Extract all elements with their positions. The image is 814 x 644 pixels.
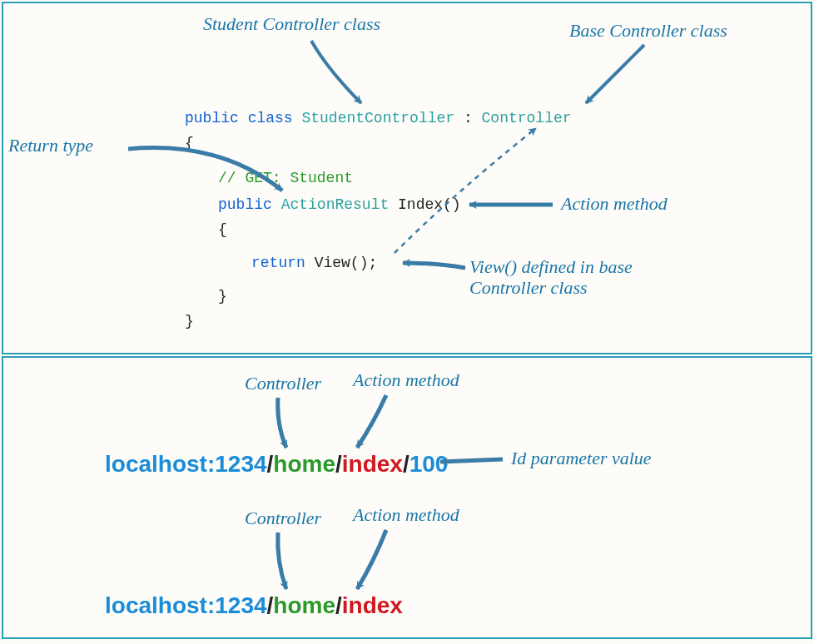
annotation-controller-1: Controller (245, 373, 321, 394)
kw-public2: public (218, 196, 272, 213)
arrow-icon (278, 533, 286, 589)
annotation-return-type: Return type (8, 135, 93, 156)
annotation-controller-2: Controller (245, 508, 321, 529)
arrow-icon (357, 530, 386, 589)
arrows-top (3, 3, 814, 356)
url-slash: / (335, 592, 342, 618)
url-action: index (342, 592, 403, 618)
arrow-icon (440, 459, 503, 462)
code-method-decl: public ActionResult Index() (218, 196, 461, 213)
kw-public: public (185, 110, 239, 126)
arrow-icon (403, 263, 465, 268)
code-return: return View(); (251, 255, 377, 271)
code-class-decl: public class StudentController : Control… (185, 110, 572, 126)
bottom-panel: Controller Action method Id parameter va… (2, 356, 812, 639)
brace-open-1: { (185, 135, 194, 151)
arrow-dashed-icon (395, 128, 536, 253)
annotation-view-defined-line2: Controller class (469, 277, 588, 298)
url-host: localhost:1234 (105, 451, 267, 477)
annotation-view-defined: View() defined in base Controller class (469, 256, 633, 299)
arrow-icon (357, 395, 386, 448)
url-id: 100 (409, 451, 449, 477)
arrow-icon (311, 41, 361, 103)
arrow-icon (278, 398, 286, 448)
url-controller: home (273, 451, 335, 477)
arrow-icon (586, 45, 644, 103)
code-comment: // GET: Student (218, 170, 353, 186)
annotation-base-controller: Base Controller class (569, 20, 727, 42)
kw-class: class (248, 110, 293, 126)
annotation-actionmethod-1: Action method (353, 369, 459, 391)
brace-close-1: } (185, 313, 194, 329)
type-actionresult: ActionResult (281, 196, 390, 213)
type-studentcontroller: StudentController (301, 110, 454, 126)
url-example-1: localhost:1234/home/index/100 (105, 451, 448, 478)
type-controller: Controller (482, 110, 572, 126)
annotation-idparam: Id parameter value (511, 448, 652, 469)
annotation-actionmethod-2: Action method (353, 504, 459, 526)
top-panel: Student Controller class Base Controller… (2, 2, 812, 354)
url-slash: / (335, 451, 342, 477)
return-call: View(); (315, 255, 378, 271)
annotation-view-defined-line1: View() defined in base (469, 256, 633, 277)
kw-return: return (251, 255, 305, 271)
method-name: Index() (398, 196, 461, 213)
url-slash: / (403, 451, 409, 477)
brace-open-2: { (218, 221, 227, 238)
url-action: index (342, 451, 403, 477)
colon: : (464, 110, 473, 126)
url-host: localhost:1234 (105, 592, 267, 618)
annotation-action-method: Action method (561, 193, 668, 215)
url-example-2: localhost:1234/home/index (105, 592, 403, 619)
brace-close-2: } (218, 288, 227, 305)
url-controller: home (273, 592, 335, 618)
annotation-student-controller: Student Controller class (203, 13, 380, 35)
